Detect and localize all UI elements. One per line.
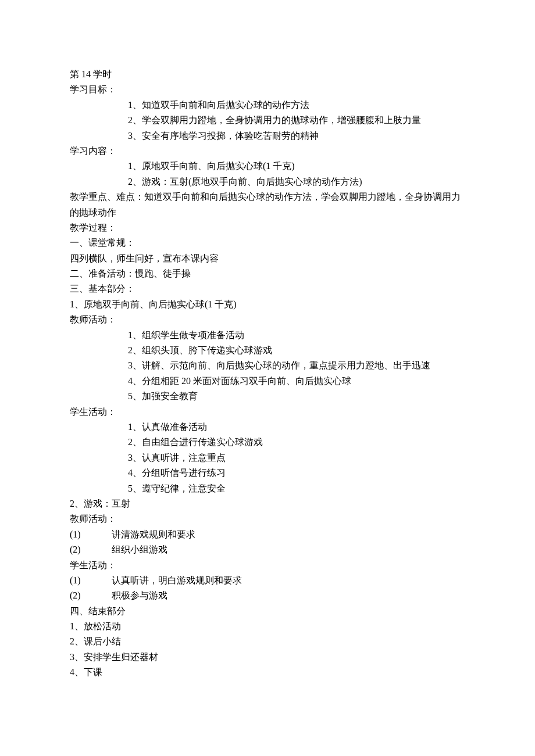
student-activity-label: 学生活动： — [70, 404, 465, 420]
paren-number: (2) — [70, 588, 112, 603]
key-points: 教学重点、难点：知道双手向前和向后抛实心球的动作方法，学会双脚用力蹬地，全身协调… — [70, 189, 465, 220]
section4-label: 四、结束部分 — [70, 604, 465, 619]
paren-number: (1) — [70, 573, 112, 588]
content-item: 1、原地双手向前、向后抛实心球(1 千克) — [70, 159, 465, 174]
student-activity-item: 2、自由组合进行传递实心球游戏 — [70, 435, 465, 450]
teacher-activity-item: 4、分组相距 20 米面对面练习双手向前、向后抛实心球 — [70, 374, 465, 389]
content-item: 2、游戏：互射(原地双手向前、向后抛实心球的动作方法) — [70, 174, 465, 189]
teacher-activity-paren-item: (2) 组织小组游戏 — [70, 542, 465, 557]
teacher-activity-item: 3、讲解、示范向前、向后抛实心球的动作，重点提示用力蹬地、出手迅速 — [70, 358, 465, 373]
paren-text: 认真听讲，明白游戏规则和要求 — [112, 573, 242, 588]
part1-label: 1、原地双手向前、向后抛实心球(1 千克) — [70, 297, 465, 312]
student-activity-item: 5、遵守纪律，注意安全 — [70, 481, 465, 496]
process-label: 教学过程： — [70, 220, 465, 235]
teacher-activity-paren-item: (1) 讲清游戏规则和要求 — [70, 527, 465, 542]
teacher-activity-item: 1、组织学生做专项准备活动 — [70, 328, 465, 343]
paren-number: (2) — [70, 542, 112, 557]
content-label: 学习内容： — [70, 144, 465, 159]
section2-label: 二、准备活动：慢跑、徒手操 — [70, 266, 465, 281]
section1-text: 四列横队，师生问好，宣布本课内容 — [70, 251, 465, 266]
student-activity-paren-item: (2) 积极参与游戏 — [70, 588, 465, 603]
teacher-activity-label: 教师活动： — [70, 511, 465, 526]
paren-number: (1) — [70, 527, 112, 542]
student-activity-item: 1、认真做准备活动 — [70, 420, 465, 435]
goal-item: 3、安全有序地学习投掷，体验吃苦耐劳的精神 — [70, 128, 465, 144]
ending-item: 3、安排学生归还器材 — [70, 650, 465, 665]
teacher-activity-item: 5、加强安全教育 — [70, 389, 465, 404]
teacher-activity-item: 2、组织头顶、胯下传递实心球游戏 — [70, 343, 465, 358]
goal-item: 2、学会双脚用力蹬地，全身协调用力的抛球动作，增强腰腹和上肢力量 — [70, 113, 465, 128]
section3-label: 三、基本部分： — [70, 281, 465, 296]
student-activity-item: 3、认真听讲，注意重点 — [70, 450, 465, 465]
ending-item: 4、下课 — [70, 665, 465, 680]
goals-label: 学习目标： — [70, 82, 465, 97]
ending-item: 1、放松活动 — [70, 619, 465, 634]
student-activity-paren-item: (1) 认真听讲，明白游戏规则和要求 — [70, 573, 465, 588]
paren-text: 组织小组游戏 — [112, 542, 167, 557]
student-activity-item: 4、分组听信号进行练习 — [70, 465, 465, 481]
ending-item: 2、课后小结 — [70, 634, 465, 649]
paren-text: 积极参与游戏 — [112, 588, 167, 603]
paren-text: 讲清游戏规则和要求 — [112, 527, 195, 542]
teacher-activity-label: 教师活动： — [70, 312, 465, 327]
goal-item: 1、知道双手向前和向后抛实心球的动作方法 — [70, 98, 465, 113]
lesson-number: 第 14 学时 — [70, 67, 465, 82]
student-activity-label: 学生活动： — [70, 558, 465, 573]
part2-label: 2、游戏：互射 — [70, 496, 465, 511]
section1-label: 一、课堂常规： — [70, 235, 465, 250]
